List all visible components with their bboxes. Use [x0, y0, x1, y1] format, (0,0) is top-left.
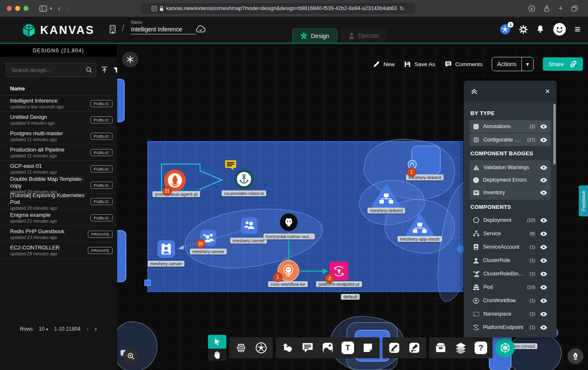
user-avatar[interactable] — [553, 23, 566, 36]
comment-tool[interactable] — [298, 337, 318, 358]
component-row-platformendpoint[interactable]: PlatformEndpoint (1) — [470, 321, 551, 334]
component-row-deployment[interactable]: Deployment (10) — [470, 214, 551, 226]
design-list-item[interactable]: Redis PHP Guestbook updated 23 minutes a… — [0, 226, 117, 242]
badge-row-deployment-errors[interactable]: Deployment Errors — [470, 174, 551, 186]
eye-icon[interactable] — [540, 138, 547, 142]
node-label[interactable]: horizontal-runner-aut... — [263, 234, 315, 239]
freehand-draw-tool[interactable] — [404, 337, 424, 358]
badge-row-inventory[interactable]: Inventory — [470, 186, 551, 199]
node-meshery-linkerd-service[interactable] — [371, 184, 401, 209]
pen-button[interactable] — [567, 348, 583, 364]
next-page-button[interactable]: › — [95, 325, 97, 333]
eye-icon[interactable] — [540, 178, 547, 182]
eye-icon[interactable] — [540, 258, 547, 263]
node-meshery-server-clusterrole[interactable] — [241, 217, 258, 234]
reader-icon[interactable] — [151, 6, 157, 11]
eye-icon[interactable] — [540, 285, 547, 290]
node-horizontal-runner[interactable] — [280, 213, 298, 231]
design-list-item[interactable]: Production-alt Pipeline updated 11 minut… — [0, 144, 117, 161]
design-list-item[interactable]: Untitled Design updated 9 minutes ago PU… — [0, 112, 117, 128]
new-design-button[interactable]: New — [373, 61, 395, 68]
kanvas-logo[interactable]: KANVAS — [22, 23, 95, 38]
url-bar[interactable]: kanvas.new/extension/meshmap?mode=design… — [141, 3, 415, 14]
back-button[interactable]: ‹ — [58, 5, 61, 12]
node-meshery-app-mesh-service[interactable] — [405, 213, 435, 238]
text-tool[interactable]: T — [338, 337, 358, 358]
component-row-cronworkflow[interactable]: CronWorkflow (1) — [470, 294, 551, 307]
eye-icon[interactable] — [540, 312, 547, 316]
annotation-comment-icon[interactable] — [224, 159, 237, 171]
component-row-service[interactable]: Service (8) — [470, 227, 551, 240]
prev-page-button[interactable]: ‹ — [86, 325, 89, 333]
design-search-input[interactable] — [10, 67, 86, 74]
comments-button[interactable]: Comments — [444, 61, 483, 67]
partial-node[interactable] — [117, 230, 126, 282]
rows-per-page-select[interactable]: 10 ▾ — [39, 326, 48, 332]
design-list-item[interactable]: Intelligent Inference updated a few seco… — [0, 95, 117, 112]
namespace-label[interactable]: default — [341, 294, 359, 300]
tab-operate[interactable]: Operate — [341, 28, 387, 42]
snowflake-button[interactable] — [122, 51, 138, 67]
note-tool[interactable] — [358, 337, 378, 358]
eye-icon[interactable] — [540, 245, 547, 249]
reload-icon[interactable]: ↻ — [400, 5, 405, 12]
group-blob[interactable] — [117, 321, 157, 370]
eye-icon[interactable] — [540, 165, 547, 170]
eye-icon[interactable] — [540, 218, 547, 223]
shapes-tool[interactable] — [277, 337, 298, 358]
pen-tool[interactable] — [384, 337, 404, 358]
design-list-item[interactable]: Double Bubble Map Template-copy updated … — [0, 177, 117, 193]
component-row-horizontalrunner[interactable]: HorizontalRunnerAutos... (1) — [470, 334, 551, 337]
design-list-item[interactable]: Postgres multi-master updated 11 minutes… — [0, 128, 117, 144]
actions-dropdown-button[interactable]: Actions ▾ — [492, 57, 534, 71]
node-label[interactable]: meshery-linkerd — [367, 208, 405, 213]
select-tool[interactable] — [208, 335, 226, 349]
settings-gear-icon[interactable] — [519, 25, 528, 34]
share-button[interactable]: Share — [543, 57, 583, 71]
design-name-input[interactable] — [131, 25, 196, 34]
node-label[interactable]: prometheus-agent-pj — [152, 191, 200, 197]
sidebar-toggle-icon[interactable] — [39, 5, 47, 12]
selection-handle[interactable] — [144, 280, 151, 286]
chevron-down-icon[interactable]: ▾ — [50, 6, 52, 11]
window-minimize-button[interactable] — [15, 6, 20, 11]
design-search-box[interactable] — [6, 63, 96, 77]
node-label[interactable]: platform-endpoint-yt — [316, 281, 362, 287]
node-ca-provider[interactable] — [234, 169, 254, 189]
components-tool[interactable] — [231, 337, 251, 358]
component-row-clusterrole[interactable]: ClusterRole (1) — [470, 254, 551, 267]
badge-row-validation-warnings[interactable]: Validation Warnings — [470, 161, 551, 174]
eye-icon[interactable] — [540, 124, 547, 129]
design-list-item[interactable]: EC2-CONTROLLER updated 28 minutes ago PR… — [0, 242, 117, 259]
component-row-namespace[interactable]: Namespace (1) — [470, 308, 551, 320]
actions-caret-icon[interactable]: ▾ — [521, 57, 533, 71]
collapse-panel-icon[interactable] — [470, 88, 478, 95]
publish-design-icon[interactable] — [100, 66, 108, 74]
partial-node[interactable] — [117, 79, 125, 122]
eye-icon[interactable] — [540, 231, 547, 236]
downloads-icon[interactable] — [528, 5, 535, 12]
node-label[interactable]: meshery-server — [148, 261, 185, 267]
design-list-item[interactable]: GCP-east-01 updated 11 minutes ago PUBLI… — [0, 161, 117, 177]
help-tool[interactable]: ? — [471, 337, 491, 358]
node-label[interactable]: meshery-server — [190, 249, 227, 254]
node-label[interactable]: meshery-server — [230, 238, 267, 244]
design-list-item[interactable]: [Tutorial] Exploring Kubernetes Pod upda… — [0, 193, 117, 210]
eye-icon[interactable] — [540, 272, 547, 276]
tab-overview-icon[interactable] — [571, 5, 578, 12]
component-row-serviceaccount[interactable]: ServiceAccount (1) — [470, 241, 551, 253]
eye-icon[interactable] — [540, 298, 547, 303]
component-row-pod[interactable]: Pod (10) — [470, 281, 551, 293]
image-tool[interactable] — [318, 337, 338, 358]
tab-design[interactable]: Design — [292, 28, 337, 43]
new-tab-icon[interactable]: + — [558, 4, 563, 13]
hamburger-menu-icon[interactable]: ≡ — [575, 24, 580, 34]
layers-tool[interactable] — [451, 337, 471, 358]
node-label[interactable]: ca-provider-class-ls — [221, 190, 266, 196]
drawer-tool[interactable] — [431, 337, 451, 358]
kubernetes-tool[interactable] — [251, 337, 271, 358]
organization-icon[interactable] — [108, 24, 117, 34]
notifications-bell-icon[interactable] — [536, 25, 544, 34]
eye-icon[interactable] — [540, 325, 547, 330]
window-zoom-button[interactable] — [23, 6, 28, 11]
